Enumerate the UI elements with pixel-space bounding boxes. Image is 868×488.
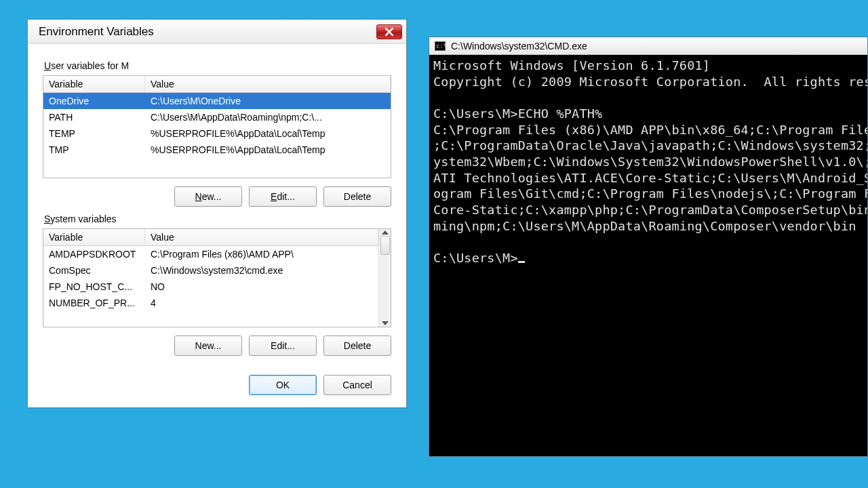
close-icon [385, 28, 393, 36]
cell-variable: TMP [43, 144, 145, 156]
dialog-body: User variables for M Variable Value OneD… [28, 44, 406, 407]
user-vars-label: User variables for M [44, 60, 391, 71]
list-header: Variable Value [43, 229, 378, 246]
cell-variable: ComSpec [43, 264, 145, 277]
env-vars-dialog: Environment Variables User variables for… [27, 19, 407, 408]
table-row[interactable]: OneDriveC:\Users\M\OneDrive [43, 93, 391, 109]
col-variable[interactable]: Variable [43, 76, 145, 92]
user-delete-button[interactable]: Delete [323, 186, 391, 207]
dialog-actions: OK Cancel [43, 363, 391, 395]
cmd-output[interactable]: Microsoft Windows [Version 6.1.7601] Cop… [429, 55, 867, 269]
cell-value: C:\Program Files (x86)\AMD APP\ [145, 248, 378, 260]
cmd-titlebar[interactable]: c:\ C:\Windows\system32\CMD.exe [429, 37, 867, 55]
col-value[interactable]: Value [145, 229, 378, 245]
table-row[interactable]: NUMBER_OF_PR...4 [43, 295, 378, 311]
table-row[interactable]: TEMP%USERPROFILE%\AppData\Local\Temp [43, 125, 391, 142]
cell-value: C:\Users\M\AppData\Roaming\npm;C:\... [145, 111, 391, 123]
cell-variable: AMDAPPSDKROOT [43, 248, 145, 260]
cmd-icon: c:\ [435, 41, 446, 51]
user-vars-list[interactable]: Variable Value OneDriveC:\Users\M\OneDri… [43, 75, 391, 178]
cell-value: C:\Windows\system32\cmd.exe [145, 264, 378, 277]
user-new-button[interactable]: New... [174, 186, 242, 207]
scroll-up-icon[interactable] [382, 230, 389, 235]
cell-value: %USERPROFILE%\AppData\Local\Temp [145, 127, 391, 140]
ok-button[interactable]: OK [249, 375, 317, 395]
cell-value: C:\Users\M\OneDrive [145, 95, 391, 107]
system-vars-buttons: New... Edit... Delete [43, 336, 391, 356]
cell-value: 4 [145, 297, 378, 309]
scrollbar[interactable] [378, 229, 391, 327]
close-button[interactable] [376, 24, 402, 39]
cell-variable: FP_NO_HOST_C... [43, 281, 145, 293]
cmd-title: C:\Windows\system32\CMD.exe [451, 41, 587, 52]
cmd-window: c:\ C:\Windows\system32\CMD.exe Microsof… [429, 37, 868, 457]
cursor-icon [518, 261, 525, 263]
table-row[interactable]: TMP%USERPROFILE%\AppData\Local\Temp [43, 142, 391, 158]
dialog-title: Environment Variables [39, 25, 154, 39]
scroll-thumb[interactable] [380, 236, 390, 255]
table-row[interactable]: PATHC:\Users\M\AppData\Roaming\npm;C:\..… [43, 109, 391, 125]
user-edit-button[interactable]: Edit... [249, 186, 317, 207]
system-edit-button[interactable]: Edit... [249, 336, 317, 356]
cancel-button[interactable]: Cancel [323, 375, 391, 395]
col-value[interactable]: Value [145, 76, 391, 92]
system-delete-button[interactable]: Delete [323, 336, 391, 356]
system-new-button[interactable]: New... [174, 336, 242, 356]
system-vars-list[interactable]: Variable Value AMDAPPSDKROOTC:\Program F… [43, 228, 391, 327]
col-variable[interactable]: Variable [43, 229, 145, 245]
list-header: Variable Value [43, 76, 391, 93]
cell-variable: OneDrive [43, 95, 145, 107]
cell-variable: TEMP [43, 127, 145, 140]
cell-value: %USERPROFILE%\AppData\Local\Temp [145, 144, 391, 156]
cell-value: NO [145, 281, 378, 293]
table-row[interactable]: ComSpecC:\Windows\system32\cmd.exe [43, 262, 378, 279]
cell-variable: PATH [43, 111, 145, 123]
system-vars-label: System variables [44, 214, 391, 224]
dialog-titlebar[interactable]: Environment Variables [28, 20, 406, 44]
table-row[interactable]: FP_NO_HOST_C...NO [43, 279, 378, 295]
scroll-down-icon[interactable] [382, 321, 389, 325]
user-vars-buttons: New... Edit... Delete [43, 186, 391, 207]
table-row[interactable]: AMDAPPSDKROOTC:\Program Files (x86)\AMD … [43, 246, 378, 262]
cell-variable: NUMBER_OF_PR... [43, 297, 145, 309]
